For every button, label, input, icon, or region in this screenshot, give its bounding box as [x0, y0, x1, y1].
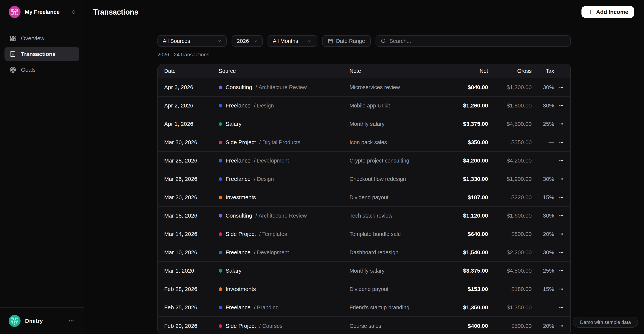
transaction-actions	[554, 303, 566, 312]
transaction-source: Side Project / Templates	[219, 231, 350, 237]
ellipsis-icon	[558, 158, 564, 164]
source-color-dot	[219, 269, 222, 272]
search-box	[376, 35, 571, 47]
sidebar-item-goals[interactable]: Goals	[4, 63, 80, 77]
transaction-tax: 25%	[532, 268, 554, 274]
add-income-button[interactable]: Add Income	[582, 6, 634, 18]
app-root: My Freelance Overview Transactions Goals	[0, 0, 644, 334]
sidebar-item-label: Overview	[21, 35, 44, 42]
receipt-icon	[10, 51, 16, 57]
source-name: Investments	[226, 286, 256, 292]
row-menu-button[interactable]	[556, 119, 566, 128]
source-name: Side Project	[226, 139, 256, 146]
chevron-down-icon	[217, 39, 222, 43]
table-row[interactable]: Mar 10, 2026 Freelance / Development Das…	[158, 244, 570, 262]
source-category: / Architecture Review	[256, 213, 307, 219]
transaction-actions	[554, 174, 566, 184]
table-row[interactable]: Feb 28, 2026 Investments / Dividend payo…	[158, 280, 570, 298]
table-row[interactable]: Feb 25, 2026 Freelance / Branding Friend…	[158, 298, 570, 317]
transaction-gross: $1,350.00	[488, 304, 532, 310]
sidebar-spacer	[0, 84, 84, 308]
row-menu-button[interactable]	[556, 156, 566, 165]
transaction-actions	[554, 82, 566, 92]
search-input[interactable]	[390, 38, 566, 44]
row-menu-button[interactable]	[556, 321, 566, 331]
workspace-switcher[interactable]: My Freelance	[0, 0, 84, 24]
transactions-table: Date Source Note Net Gross Tax Apr 3, 20…	[158, 64, 571, 334]
table-row[interactable]: Mar 28, 2026 Freelance / Development Cry…	[158, 152, 570, 170]
row-menu-button[interactable]	[556, 229, 566, 239]
date-range-button[interactable]: Date Range	[322, 35, 371, 47]
source-category: / Development	[254, 158, 289, 164]
transaction-source: Consulting / Architecture Review	[219, 84, 350, 90]
filters-bar: All Sources 2026 All Months Date Range	[158, 35, 571, 47]
transaction-date: Mar 1, 2026	[164, 268, 219, 274]
row-menu-button[interactable]	[556, 193, 566, 202]
user-name: Dmitry	[25, 318, 63, 324]
table-row[interactable]: Mar 14, 2026 Side Project / Templates Te…	[158, 225, 570, 244]
user-menu[interactable]: Dmitry	[0, 308, 84, 334]
transaction-net: $1,330.00	[454, 176, 488, 182]
ellipsis-icon	[558, 102, 564, 109]
transaction-net: $1,350.00	[454, 304, 488, 310]
source-category: / Branding	[254, 304, 278, 310]
workspace-name: My Freelance	[25, 9, 67, 15]
table-row[interactable]: Apr 2, 2026 Freelance / Design Mobile ap…	[158, 96, 570, 115]
row-menu-button[interactable]	[556, 82, 566, 92]
transaction-date: Apr 2, 2026	[164, 102, 219, 109]
row-menu-button[interactable]	[556, 266, 566, 276]
table-row[interactable]: Apr 3, 2026 Consulting / Architecture Re…	[158, 78, 570, 96]
search-icon	[381, 38, 386, 44]
target-icon	[10, 67, 16, 73]
transaction-net: $1,120.00	[454, 212, 488, 219]
month-filter-select[interactable]: All Months	[268, 35, 317, 47]
transaction-actions	[554, 193, 566, 202]
year-filter-select[interactable]: 2026	[232, 35, 263, 47]
row-menu-button[interactable]	[556, 138, 566, 147]
workspace-avatar	[8, 6, 20, 18]
ellipsis-icon[interactable]	[68, 317, 75, 325]
source-color-dot	[219, 232, 222, 236]
chevrons-up-down-icon	[71, 9, 76, 15]
chevron-down-icon	[253, 39, 258, 43]
table-row[interactable]: Mar 18, 2026 Consulting / Architecture R…	[158, 207, 570, 225]
transaction-tax: —	[532, 158, 554, 164]
source-color-dot	[219, 140, 222, 144]
transaction-source: Side Project / Courses	[219, 323, 350, 329]
row-menu-button[interactable]	[556, 174, 566, 184]
row-menu-button[interactable]	[556, 303, 566, 312]
transaction-source: Freelance / Design	[219, 102, 350, 109]
transaction-gross: $1,600.00	[488, 212, 532, 219]
source-category: / Digital Products	[259, 139, 300, 146]
table-row[interactable]: Feb 20, 2026 Side Project / Courses Cour…	[158, 317, 570, 334]
transaction-tax: 30%	[532, 176, 554, 182]
topbar: Transactions Add Income	[84, 0, 644, 24]
table-row[interactable]: Mar 20, 2026 Investments / Dividend payo…	[158, 188, 570, 207]
transaction-source: Salary /	[219, 121, 350, 127]
transaction-tax: —	[532, 139, 554, 146]
source-name: Salary	[226, 121, 242, 127]
transaction-actions	[554, 211, 566, 220]
table-row[interactable]: Mar 26, 2026 Freelance / Design Checkout…	[158, 170, 570, 188]
month-filter-value: All Months	[273, 38, 298, 44]
transaction-note: Mobile app UI kit	[350, 102, 454, 109]
row-menu-button[interactable]	[556, 211, 566, 220]
table-row[interactable]: Mar 1, 2026 Salary / Monthly salary $3,3…	[158, 262, 570, 280]
main-area: Transactions Add Income All Sources 2026…	[84, 0, 644, 334]
sidebar-item-overview[interactable]: Overview	[4, 32, 80, 45]
row-menu-button[interactable]	[556, 284, 566, 294]
transaction-actions	[554, 248, 566, 257]
row-menu-button[interactable]	[556, 101, 566, 110]
sidebar-item-transactions[interactable]: Transactions	[4, 47, 80, 61]
source-color-dot	[219, 86, 222, 89]
row-menu-button[interactable]	[556, 248, 566, 257]
table-header-row: Date Source Note Net Gross Tax	[158, 64, 570, 78]
sidebar-nav: Overview Transactions Goals	[0, 24, 84, 84]
column-header-source: Source	[219, 68, 350, 74]
source-filter-select[interactable]: All Sources	[158, 35, 227, 47]
source-category: / Design	[254, 102, 274, 109]
table-row[interactable]: Apr 1, 2026 Salary / Monthly salary $3,3…	[158, 115, 570, 133]
source-name: Freelance	[226, 249, 250, 256]
ellipsis-icon	[558, 212, 564, 219]
table-row[interactable]: Mar 30, 2026 Side Project / Digital Prod…	[158, 133, 570, 152]
